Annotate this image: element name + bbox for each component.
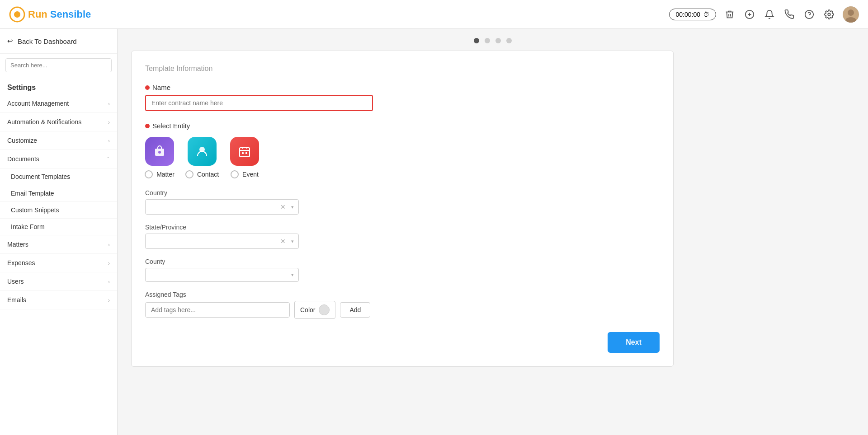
sidebar-item-automation-notifications[interactable]: Automation & Notifications ›	[0, 113, 117, 131]
chevron-right-icon: ›	[108, 100, 110, 107]
matter-radio[interactable]	[145, 170, 153, 178]
automation-notifications-label: Automation & Notifications	[7, 118, 81, 126]
svg-rect-16	[245, 152, 247, 154]
entity-radio-contact[interactable]: Contact	[188, 170, 217, 178]
name-input[interactable]	[146, 96, 372, 110]
color-button[interactable]: Color	[294, 301, 335, 319]
account-management-label: Account Management	[7, 100, 69, 107]
back-label: Back To Dashboard	[18, 37, 77, 45]
intake-form-label: Intake Form	[11, 223, 45, 230]
state-clear-icon[interactable]: ✕	[280, 238, 286, 245]
expenses-label: Expenses	[7, 259, 35, 267]
sidebar-item-custom-snippets[interactable]: Custom Snippets	[0, 202, 117, 219]
help-icon[interactable]	[803, 8, 816, 21]
sidebar-search-container	[0, 54, 117, 77]
sidebar-item-expenses[interactable]: Expenses ›	[0, 254, 117, 272]
matter-icon	[145, 137, 174, 166]
name-required-dot	[145, 85, 150, 90]
country-clear-icon[interactable]: ✕	[280, 203, 286, 210]
settings-title: Settings	[0, 77, 117, 94]
entity-radio-event[interactable]: Event	[230, 170, 259, 178]
sidebar-item-matters[interactable]: Matters ›	[0, 235, 117, 254]
entity-matter[interactable]	[145, 137, 174, 166]
country-select[interactable]: ✕ ▾	[145, 199, 299, 215]
step-dot-1	[474, 38, 479, 43]
country-label: Country	[145, 189, 660, 196]
svg-rect-15	[242, 152, 244, 154]
sidebar: ↩ Back To Dashboard Settings Account Man…	[0, 29, 118, 435]
section-title: Template Information	[145, 65, 660, 73]
back-to-dashboard[interactable]: ↩ Back To Dashboard	[0, 29, 117, 54]
name-label-row: Name	[145, 84, 660, 91]
sidebar-item-account-management[interactable]: Account Management ›	[0, 94, 117, 113]
event-radio[interactable]	[231, 170, 239, 178]
bell-icon[interactable]	[763, 8, 776, 21]
settings-icon[interactable]	[823, 8, 835, 21]
trash-icon[interactable]	[723, 8, 736, 21]
sidebar-item-documents[interactable]: Documents ˅	[0, 150, 117, 168]
name-label: Name	[152, 84, 170, 91]
entity-radio-matter[interactable]: Matter	[145, 170, 174, 178]
header-right: 00:00:00 ⏱	[669, 6, 859, 23]
custom-snippets-label: Custom Snippets	[11, 206, 59, 214]
chevron-down-icon: ˅	[107, 156, 110, 163]
entity-event[interactable]	[230, 137, 259, 166]
entity-contact[interactable]	[188, 137, 217, 166]
svg-rect-14	[240, 148, 250, 157]
phone-icon[interactable]	[783, 8, 796, 21]
state-select[interactable]: ✕ ▾	[145, 234, 299, 249]
color-swatch	[319, 304, 330, 315]
search-input[interactable]	[5, 58, 112, 72]
country-dropdown-controls: ✕ ▾	[150, 203, 294, 210]
add-icon[interactable]	[743, 8, 756, 21]
county-dropdown-controls: ▾	[150, 272, 294, 278]
country-chevron-icon[interactable]: ▾	[291, 204, 294, 210]
contact-radio[interactable]	[185, 170, 193, 178]
matter-label: Matter	[156, 171, 175, 178]
chevron-right-icon: ›	[108, 260, 110, 267]
entity-label: Select Entity	[152, 122, 190, 130]
tags-label: Assigned Tags	[145, 291, 660, 298]
entity-icons	[145, 137, 660, 166]
step-dot-2	[485, 38, 490, 43]
sidebar-item-customize[interactable]: Customize ›	[0, 131, 117, 150]
svg-point-1	[14, 11, 20, 18]
sidebar-item-intake-form[interactable]: Intake Form	[0, 219, 117, 235]
svg-point-9	[848, 9, 854, 16]
logo-icon	[9, 6, 25, 23]
chevron-right-icon: ›	[108, 297, 110, 304]
timer-value: 00:00:00	[676, 11, 701, 18]
sidebar-item-users[interactable]: Users ›	[0, 272, 117, 291]
entity-radio-row: Matter Contact Event	[145, 170, 660, 178]
county-label: County	[145, 258, 660, 265]
svg-point-12	[158, 151, 161, 154]
customize-label: Customize	[7, 137, 37, 144]
svg-point-7	[828, 13, 830, 16]
sidebar-item-emails[interactable]: Emails ›	[0, 291, 117, 309]
tags-row: Color Add	[145, 301, 660, 319]
color-label: Color	[300, 306, 315, 313]
county-field: County ▾	[145, 258, 660, 282]
timer-box[interactable]: 00:00:00 ⏱	[669, 9, 717, 20]
avatar[interactable]	[843, 6, 859, 23]
entity-required-dot	[145, 124, 150, 128]
sidebar-item-email-template[interactable]: Email Template	[0, 185, 117, 202]
users-label: Users	[7, 278, 24, 285]
county-chevron-icon[interactable]: ▾	[291, 272, 294, 278]
name-field-group: Name	[145, 84, 660, 111]
event-label: Event	[242, 171, 259, 178]
matters-label: Matters	[7, 241, 28, 248]
county-select[interactable]: ▾	[145, 268, 299, 282]
next-button[interactable]: Next	[608, 332, 660, 353]
event-icon	[230, 137, 259, 166]
chevron-right-icon: ›	[108, 137, 110, 144]
logo-sensible: Sensible	[50, 9, 91, 20]
step-dot-4	[506, 38, 512, 43]
tags-input[interactable]	[145, 302, 290, 318]
timer-icon: ⏱	[703, 11, 709, 18]
main-content: Template Information Name Select Entity	[118, 29, 868, 435]
sidebar-item-document-templates[interactable]: Document Templates	[0, 168, 117, 185]
logo-run: Run	[28, 9, 47, 20]
state-chevron-icon[interactable]: ▾	[291, 239, 294, 244]
add-button[interactable]: Add	[340, 302, 370, 318]
